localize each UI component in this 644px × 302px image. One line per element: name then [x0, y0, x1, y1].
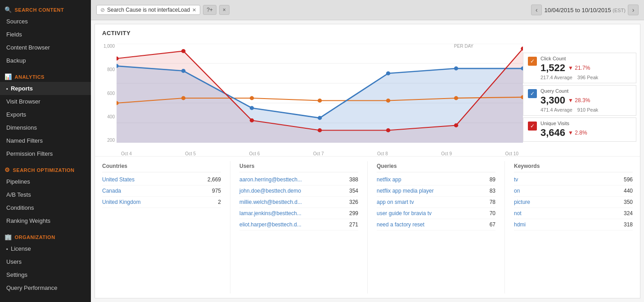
- table-row: on 440: [514, 185, 633, 197]
- sidebar-item-fields[interactable]: Fields: [0, 28, 91, 41]
- legend-value-row-click: 1,522 ▼ 21.7%: [540, 62, 631, 74]
- user-2[interactable]: millie.welch@besttech.d...: [239, 199, 340, 205]
- sidebar-item-users[interactable]: Users: [0, 255, 91, 268]
- keyword-4[interactable]: hdmi: [514, 221, 615, 228]
- search-content-header: 🔍 SEARCH CONTENT: [0, 3, 91, 15]
- table-row: hdmi 318: [514, 219, 633, 230]
- filter-bar: ⊘ Search Cause is not interfaceLoad ✕ ?+…: [91, 0, 644, 20]
- table-row: user guide for bravia tv 70: [377, 208, 495, 219]
- sidebar-item-reports[interactable]: ▪ Reports: [0, 82, 91, 95]
- queries-table: Queries netflix app 89 netflix app media…: [377, 161, 495, 293]
- tables-section: Countries United States 2,669 Canada 975…: [95, 156, 640, 298]
- legend-check-query: ✓: [528, 89, 537, 98]
- sidebar-item-content-browser[interactable]: Content Browser: [0, 41, 91, 54]
- country-uk-value: 2: [203, 199, 221, 205]
- filter-remove-button[interactable]: ×: [219, 5, 230, 15]
- optimization-icon: ⚙: [5, 167, 10, 173]
- legend-query-count[interactable]: ✓ Query Count 3,300 ▼ 28.3% 471.4 Averag…: [523, 85, 636, 116]
- keyword-1[interactable]: on: [514, 188, 615, 194]
- query-0[interactable]: netflix app: [377, 176, 477, 183]
- sidebar-item-permission-filters[interactable]: Permission Filters: [0, 147, 91, 160]
- legend-check-visits: ✓: [528, 122, 537, 131]
- keyword-3-value: 324: [615, 210, 633, 216]
- sidebar-item-pipelines[interactable]: Pipelines: [0, 175, 91, 188]
- svg-point-25: [454, 123, 459, 127]
- legend-content-query: Query Count 3,300 ▼ 28.3% 471.4 Average …: [540, 88, 631, 113]
- keyword-4-value: 318: [615, 221, 633, 228]
- sidebar-item-sources[interactable]: Sources: [0, 15, 91, 28]
- date-next-button[interactable]: ›: [628, 5, 639, 15]
- keyword-2[interactable]: picture: [514, 199, 615, 205]
- svg-point-24: [386, 128, 391, 132]
- page-icon-license: ▪: [6, 246, 8, 252]
- legend-value-row-query: 3,300 ▼ 28.3%: [540, 95, 631, 106]
- table-row: netflix app media player 83: [377, 185, 495, 197]
- legend-click-count[interactable]: ✓ Click Count 1,522 ▼ 21.7% 217.4 Averag…: [523, 53, 636, 83]
- sidebar-item-exports[interactable]: Exports: [0, 108, 91, 121]
- y-axis: 1,000 800 600 400 200: [95, 44, 117, 143]
- sidebar-item-query-performance[interactable]: Query Performance: [0, 281, 91, 294]
- date-prev-button[interactable]: ‹: [531, 5, 542, 15]
- sidebar-item-backup[interactable]: Backup: [0, 54, 91, 67]
- date-range: ‹ 10/04/2015 to 10/10/2015 (EST) ›: [531, 5, 639, 15]
- table-row: tv 596: [514, 174, 633, 185]
- sidebar-item-ranking-weights[interactable]: Ranking Weights: [0, 214, 91, 227]
- svg-point-11: [454, 96, 459, 100]
- chart-legend: ✓ Click Count 1,522 ▼ 21.7% 217.4 Averag…: [523, 44, 640, 156]
- legend-unique-visits[interactable]: ✓ Unique Visits 3,646 ▼ 2.8%: [523, 117, 636, 142]
- svg-point-21: [181, 49, 186, 53]
- keyword-0[interactable]: tv: [514, 176, 615, 183]
- sidebar-item-conditions[interactable]: Conditions: [0, 201, 91, 214]
- y-label-800: 800: [107, 67, 115, 72]
- filter-tag-close[interactable]: ✕: [192, 7, 196, 13]
- legend-label-query: Query Count: [540, 88, 631, 94]
- countries-header: Countries: [102, 161, 221, 172]
- legend-label-visits: Unique Visits: [540, 121, 631, 126]
- svg-point-16: [318, 116, 322, 120]
- sidebar-item-license[interactable]: ▪ License: [0, 242, 91, 255]
- sidebar-item-visit-browser[interactable]: Visit Browser: [0, 95, 91, 108]
- table-row: need a factory reset 67: [377, 219, 495, 230]
- user-0[interactable]: aaron.herring@besttech...: [239, 176, 340, 183]
- query-1[interactable]: netflix app media player: [377, 188, 477, 194]
- country-us[interactable]: United States: [102, 176, 203, 183]
- legend-content-visits: Unique Visits 3,646 ▼ 2.8%: [540, 121, 631, 139]
- country-ca[interactable]: Canada: [102, 188, 203, 194]
- legend-change-visits: ▼ 2.8%: [568, 130, 587, 136]
- query-2[interactable]: app on smart tv: [377, 199, 477, 205]
- divider-1: [230, 161, 230, 293]
- chart-main: PER DAY 1,000 800 600 400 200: [95, 44, 523, 156]
- user-0-value: 388: [340, 176, 358, 183]
- legend-value-click: 1,522: [540, 62, 565, 74]
- x-label-oct4: Oct 4: [121, 151, 132, 156]
- x-label-oct8: Oct 8: [377, 151, 388, 156]
- filter-add-button[interactable]: ?+: [203, 5, 216, 15]
- svg-point-10: [386, 99, 391, 103]
- table-row: not 324: [514, 208, 633, 219]
- keyword-3[interactable]: not: [514, 210, 615, 216]
- country-ca-value: 975: [203, 188, 221, 194]
- filter-tag-icon: ⊘: [100, 7, 105, 13]
- analytics-header: 📊 ANALYTICS: [0, 70, 91, 82]
- country-uk[interactable]: United Kingdom: [102, 199, 203, 205]
- user-4[interactable]: eliot.harper@besttech.d...: [239, 221, 340, 228]
- sidebar-item-settings[interactable]: Settings: [0, 268, 91, 281]
- user-4-value: 271: [340, 221, 358, 228]
- sidebar-item-ab-tests[interactable]: A/B Tests: [0, 188, 91, 201]
- query-4[interactable]: need a factory reset: [377, 221, 477, 228]
- sidebar-item-dimensions[interactable]: Dimensions: [0, 121, 91, 134]
- country-us-value: 2,669: [203, 176, 221, 183]
- table-row: lamar.jenkins@besttech... 299: [239, 208, 358, 219]
- x-label-oct5: Oct 5: [185, 151, 196, 156]
- user-1[interactable]: john.doe@besttech.demo: [239, 188, 340, 194]
- sidebar-item-named-filters[interactable]: Named Filters: [0, 134, 91, 147]
- filter-tag[interactable]: ⊘ Search Cause is not interfaceLoad ✕: [96, 5, 200, 15]
- chart-svg: [117, 44, 523, 143]
- user-3[interactable]: lamar.jenkins@besttech...: [239, 210, 340, 216]
- table-row: john.doe@besttech.demo 354: [239, 185, 358, 197]
- legend-content-click: Click Count 1,522 ▼ 21.7% 217.4 Average …: [540, 56, 631, 80]
- svg-point-15: [250, 106, 254, 110]
- keyword-2-value: 350: [615, 199, 633, 205]
- query-3[interactable]: user guide for bravia tv: [377, 210, 477, 216]
- date-range-text: 10/04/2015 to 10/10/2015 (EST): [544, 7, 626, 14]
